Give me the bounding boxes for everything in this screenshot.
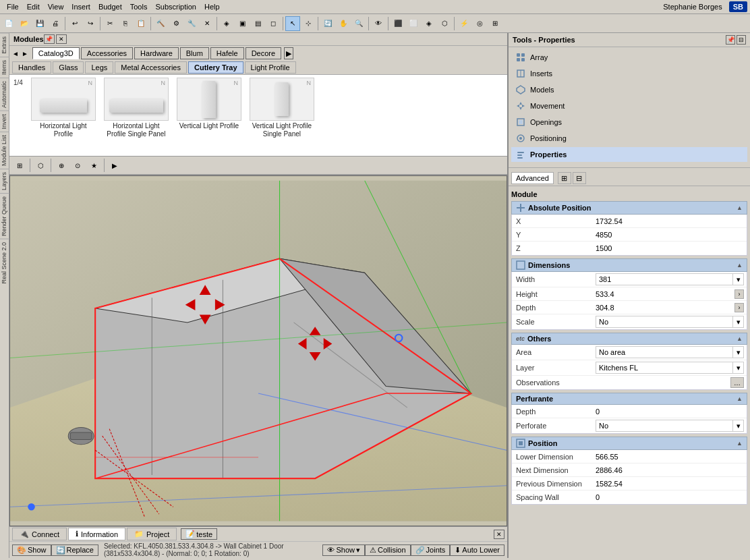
- view-btn-2[interactable]: ▣: [235, 16, 250, 31]
- catalog-tab-hardware[interactable]: Hardware: [134, 47, 179, 59]
- area-dropdown[interactable]: No area ▾: [596, 346, 744, 358]
- width-dropdown-arrow[interactable]: ▾: [732, 274, 743, 285]
- cat-tab-legs[interactable]: Legs: [85, 61, 113, 74]
- props-icon-table[interactable]: ⊞: [558, 172, 571, 184]
- tool-array[interactable]: Array: [511, 50, 747, 65]
- section-perfurante-header[interactable]: Perfurante ▲: [511, 393, 747, 405]
- collision-btn[interactable]: ⚠ Collision: [365, 544, 411, 556]
- tool-movement[interactable]: Movement: [511, 99, 747, 113]
- catalog-tab-decore[interactable]: Decore: [246, 47, 281, 59]
- depth-btn[interactable]: ›: [734, 303, 744, 312]
- prop-height-value[interactable]: 533.4: [596, 290, 733, 298]
- undo-btn[interactable]: ↩: [67, 16, 82, 31]
- prop-depth-value[interactable]: 304.8: [596, 304, 733, 312]
- pan-btn[interactable]: ✋: [336, 16, 351, 31]
- modules-close-btn[interactable]: ✕: [56, 34, 67, 44]
- section-absolute-position-header[interactable]: Absolute Position ▲: [511, 201, 747, 215]
- right-pin-btn[interactable]: 📌: [726, 35, 735, 45]
- copy-btn[interactable]: ⎘: [118, 16, 133, 31]
- modules-pin-btn[interactable]: 📌: [44, 34, 55, 44]
- status-tab-project[interactable]: 📁 Project: [127, 528, 177, 540]
- viewport[interactable]: [9, 175, 507, 526]
- section-position-header[interactable]: Position ▲: [511, 437, 747, 450]
- view-btn-4[interactable]: ◻: [266, 16, 281, 31]
- view-btn-3[interactable]: ▤: [250, 16, 265, 31]
- tool-models[interactable]: Models: [511, 82, 747, 97]
- strip-items[interactable]: Items: [0, 57, 9, 78]
- catalog-nav-right[interactable]: ►: [22, 50, 28, 57]
- prop-perf-depth-value[interactable]: 0: [596, 408, 744, 416]
- cut-btn[interactable]: ✂: [103, 16, 117, 31]
- close-status-btn[interactable]: ✕: [494, 530, 504, 539]
- orbit-btn[interactable]: 🔄: [320, 16, 335, 31]
- extra-btn-1[interactable]: ⬛: [391, 16, 405, 31]
- extra-btn-2[interactable]: ⬜: [406, 16, 421, 31]
- status-tab-information[interactable]: ℹ Information: [68, 528, 125, 540]
- menu-tools[interactable]: Tools: [126, 1, 152, 12]
- teste-btn[interactable]: 📝 teste: [181, 528, 217, 540]
- scale-dropdown[interactable]: No ▾: [596, 316, 744, 328]
- extra-btn-4[interactable]: ⬡: [437, 16, 452, 31]
- menu-budget[interactable]: Budget: [94, 1, 126, 12]
- view-filter-btn[interactable]: ⊕: [54, 158, 69, 173]
- redo-btn[interactable]: ↪: [83, 16, 98, 31]
- strip-extras[interactable]: Extras: [0, 33, 9, 57]
- catalog-tab-accessories[interactable]: Accessories: [81, 47, 133, 59]
- tool-properties[interactable]: Properties: [511, 147, 747, 162]
- delete-btn[interactable]: ✕: [200, 16, 214, 31]
- catalog-more-arrow[interactable]: ▶: [284, 47, 293, 59]
- item-card-4[interactable]: N Vertical Light Profile Single Panel: [248, 78, 316, 138]
- joints-btn[interactable]: 🔗 Joints: [411, 544, 451, 556]
- save-btn[interactable]: 💾: [32, 16, 47, 31]
- width-dropdown[interactable]: 381 ▾: [596, 273, 744, 285]
- strip-layers[interactable]: Layers: [0, 169, 9, 193]
- print-btn[interactable]: 🖨: [48, 16, 63, 31]
- replace-btn[interactable]: 🔄 Replace: [51, 544, 98, 556]
- strip-module-list[interactable]: Module List: [0, 132, 9, 169]
- new-btn[interactable]: 📄: [1, 16, 16, 31]
- view-btn-1[interactable]: ◈: [219, 16, 234, 31]
- catalog-tab-blum[interactable]: Blum: [180, 47, 209, 59]
- height-btn[interactable]: ›: [734, 289, 744, 299]
- view-info-btn[interactable]: ⊙: [70, 158, 85, 173]
- show-btn[interactable]: 👁 Show ▾: [322, 544, 365, 556]
- menu-subscription[interactable]: Subscription: [151, 1, 200, 12]
- observations-btn[interactable]: …: [730, 377, 744, 388]
- catalog-nav-left[interactable]: ◄: [12, 50, 19, 57]
- paste-btn[interactable]: 📋: [134, 16, 148, 31]
- right-float-btn[interactable]: ⊟: [737, 35, 746, 45]
- render-btn[interactable]: 👁: [371, 16, 386, 31]
- section-dimensions-header[interactable]: Dimensions ▲: [511, 258, 747, 272]
- strip-render-queue[interactable]: Render Queue: [0, 193, 9, 239]
- strip-real-scene[interactable]: Real Scene 2.0: [0, 239, 9, 287]
- section-others-header[interactable]: etc Others ▲: [511, 333, 747, 345]
- cat-tab-handles[interactable]: Handles: [12, 61, 51, 74]
- prop-lower-dimension-value[interactable]: 566.55: [596, 453, 744, 461]
- tool-openings[interactable]: Openings: [511, 115, 747, 130]
- props-icon-grid[interactable]: ⊟: [573, 172, 586, 184]
- prop-next-dimension-value[interactable]: 2886.46: [596, 466, 744, 474]
- auto-lower-btn[interactable]: ⬇ Auto Lower: [450, 544, 504, 556]
- view-size-sm[interactable]: ⬡: [33, 158, 48, 173]
- cat-tab-glass[interactable]: Glass: [53, 61, 84, 74]
- extra-btn-5[interactable]: ⚡: [457, 16, 471, 31]
- view-grid-btn[interactable]: ⊞: [12, 158, 27, 173]
- menu-insert[interactable]: Insert: [67, 1, 94, 12]
- select-btn[interactable]: ↖: [285, 16, 300, 31]
- tool-btn-3[interactable]: 🔧: [184, 16, 199, 31]
- strip-auto[interactable]: Automatic: [0, 78, 9, 111]
- extra-btn-6[interactable]: ◎: [472, 16, 487, 31]
- open-btn[interactable]: 📂: [17, 16, 32, 31]
- tool-btn-2[interactable]: ⚙: [169, 16, 183, 31]
- menu-help[interactable]: Help: [200, 1, 224, 12]
- cat-tab-metal-accessories[interactable]: Metal Accessories: [115, 61, 187, 74]
- tool-inserts[interactable]: Inserts: [511, 66, 747, 81]
- extra-btn-3[interactable]: ◈: [422, 16, 436, 31]
- area-dropdown-arrow[interactable]: ▾: [732, 347, 743, 358]
- view-fav-btn[interactable]: ★: [86, 158, 101, 173]
- move-btn[interactable]: ⊹: [301, 16, 316, 31]
- menu-view[interactable]: View: [44, 1, 68, 12]
- extra-btn-7[interactable]: ⊞: [488, 16, 502, 31]
- scale-dropdown-arrow[interactable]: ▾: [732, 316, 743, 327]
- cat-tab-cutlery-tray[interactable]: Cutlery Tray: [188, 61, 243, 74]
